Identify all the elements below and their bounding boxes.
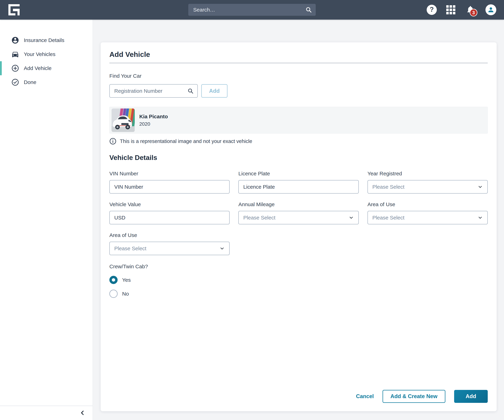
sidebar-item-label: Done (24, 79, 36, 85)
disclaimer-row: This is a representational image and not… (109, 138, 488, 145)
chevron-left-icon (78, 409, 86, 417)
radio-selected-icon[interactable] (109, 276, 118, 284)
chevron-down-icon (478, 215, 483, 220)
vehicle-details-grid: VIN Number Licence Plate Year Registred … (109, 171, 488, 255)
top-bar-actions: ? 3 (427, 4, 496, 15)
title-divider (109, 63, 488, 63)
registration-input[interactable] (109, 84, 198, 98)
help-icon: ? (430, 6, 434, 13)
sidebar-item-your-vehicles[interactable]: Your Vehicles (0, 47, 93, 61)
sidebar-nav: Insurance Details Your Vehicles Add Vehi… (0, 20, 93, 89)
avatar-button[interactable] (486, 4, 496, 15)
vehicle-result-card[interactable]: Kia Picanto 2020 (109, 107, 488, 133)
sidebar-collapse-button[interactable] (78, 408, 87, 418)
vin-label: VIN Number (109, 171, 230, 177)
find-add-button[interactable]: Add (201, 84, 228, 98)
crew-cab-option-no[interactable]: No (109, 290, 488, 298)
find-your-car-row: Add (109, 84, 488, 98)
help-button[interactable]: ? (427, 5, 437, 15)
crew-cab-label: Crew/Twin Cab? (109, 264, 488, 270)
search-icon (306, 7, 312, 13)
crew-cab-options: Yes No (109, 276, 488, 303)
add-create-new-button[interactable]: Add & Create New (383, 390, 445, 403)
sidebar-item-label: Your Vehicles (24, 51, 55, 57)
registration-search-icon (188, 88, 193, 94)
sidebar-item-label: Insurance Details (24, 37, 64, 43)
area-of-use-label: Area of Use (367, 201, 488, 207)
field-year-registered: Year Registred Please Select (367, 171, 488, 193)
field-vehicle-value: Vehicle Value (109, 201, 230, 224)
field-area-of-use: Area of Use Please Select (367, 201, 488, 224)
licence-plate-label: Licence Plate (238, 171, 359, 177)
annual-mileage-value: Please Select (243, 215, 275, 221)
registration-field (109, 84, 198, 98)
radio-unselected-icon[interactable] (109, 290, 118, 298)
vehicle-image (111, 108, 135, 132)
notifications-button[interactable]: 3 (465, 4, 476, 15)
search-input[interactable] (188, 4, 316, 16)
field-annual-mileage: Annual Mileage Please Select (238, 201, 359, 224)
plus-circle-icon (11, 64, 19, 72)
radio-no-label: No (122, 291, 129, 297)
field-area-of-use-2: Area of Use Please Select (109, 232, 230, 255)
cancel-button[interactable]: Cancel (356, 393, 374, 400)
sidebar: Insurance Details Your Vehicles Add Vehi… (0, 20, 93, 420)
area-of-use-select[interactable]: Please Select (367, 211, 488, 224)
vehicle-year: 2020 (139, 121, 168, 127)
car-icon (11, 50, 19, 58)
apps-button[interactable] (446, 5, 455, 14)
info-icon (109, 138, 116, 145)
g-logo-icon (8, 4, 20, 15)
area-of-use-2-label: Area of Use (109, 232, 230, 238)
sidebar-item-insurance-details[interactable]: Insurance Details (0, 33, 93, 47)
field-licence-plate: Licence Plate (238, 171, 359, 193)
vehicle-value-label: Vehicle Value (109, 201, 230, 207)
chevron-down-icon (348, 215, 354, 220)
global-search (188, 4, 316, 16)
add-vehicle-card: Add Vehicle Find Your Car Add (101, 42, 497, 411)
sidebar-item-add-vehicle[interactable]: Add Vehicle (0, 61, 93, 75)
page-title: Add Vehicle (109, 50, 488, 59)
representational-note: This is a representational image and not… (120, 138, 252, 144)
vehicle-name: Kia Picanto (139, 114, 168, 120)
licence-plate-input[interactable] (238, 180, 359, 193)
annual-mileage-select[interactable]: Please Select (238, 211, 359, 224)
top-bar: ? 3 (0, 0, 504, 20)
vehicle-value-input[interactable] (109, 211, 230, 224)
user-avatar-icon (487, 6, 495, 13)
vehicle-details-heading: Vehicle Details (109, 154, 488, 162)
radio-yes-label: Yes (122, 277, 131, 283)
area-of-use-2-value: Please Select (114, 246, 146, 252)
apps-grid-icon (446, 5, 449, 8)
year-registered-select[interactable]: Please Select (367, 180, 488, 193)
add-button[interactable]: Add (454, 390, 488, 403)
check-circle-icon (11, 78, 19, 86)
chevron-down-icon (219, 246, 225, 251)
field-vin: VIN Number (109, 171, 230, 193)
form-actions: Cancel Add & Create New Add (109, 390, 488, 403)
vin-input[interactable] (109, 180, 230, 193)
vehicle-result-info: Kia Picanto 2020 (139, 114, 168, 127)
annual-mileage-label: Annual Mileage (238, 201, 359, 207)
area-of-use-2-select[interactable]: Please Select (109, 242, 230, 255)
sidebar-footer (0, 406, 93, 420)
sidebar-item-label: Add Vehicle (24, 65, 51, 71)
year-registered-label: Year Registred (367, 171, 488, 177)
person-circle-icon (11, 36, 19, 44)
year-registered-value: Please Select (372, 184, 404, 190)
chevron-down-icon (478, 184, 483, 190)
crew-cab-option-yes[interactable]: Yes (109, 276, 488, 284)
find-your-car-label: Find Your Car (109, 73, 488, 79)
area-of-use-value: Please Select (372, 215, 404, 221)
notification-badge: 3 (470, 9, 477, 17)
sidebar-item-done[interactable]: Done (0, 75, 93, 89)
main-content: Add Vehicle Find Your Car Add (93, 20, 504, 420)
